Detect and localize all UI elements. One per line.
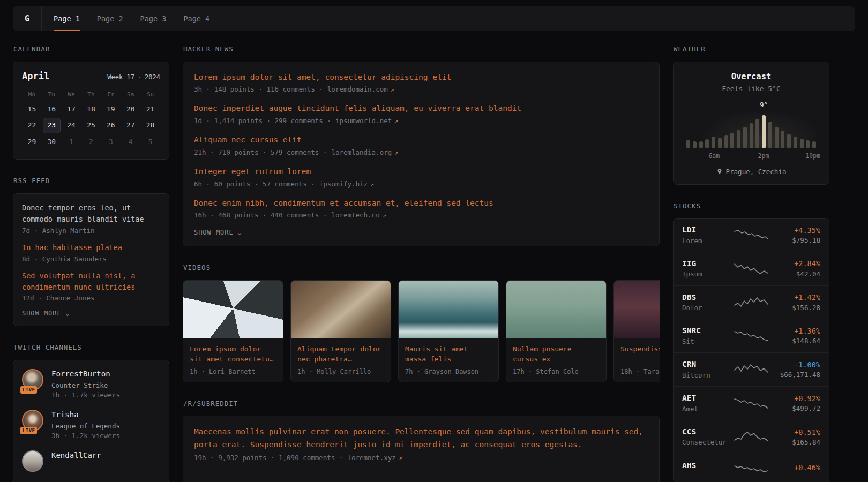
nav-tab[interactable]: Page 2 bbox=[97, 6, 123, 31]
calendar-day[interactable]: 21 bbox=[141, 102, 159, 117]
calendar-day[interactable]: 30 bbox=[43, 134, 61, 150]
calendar-day[interactable]: 23 bbox=[43, 118, 61, 133]
channel-avatar-wrap bbox=[22, 450, 43, 472]
calendar-day[interactable]: 29 bbox=[23, 134, 41, 150]
stock-symbol: DBS bbox=[682, 292, 734, 303]
nav-tab[interactable]: Page 1 bbox=[54, 6, 80, 31]
calendar-day[interactable]: 22 bbox=[23, 118, 41, 133]
calendar-day[interactable]: 1 bbox=[63, 134, 80, 150]
channel-name[interactable]: KendallCarr bbox=[51, 450, 101, 461]
weather-bar-slot bbox=[693, 102, 697, 148]
calendar-day[interactable]: 5 bbox=[141, 134, 159, 150]
weather-feels-like: Feels like 5°C bbox=[682, 85, 820, 93]
center-column: HACKER NEWS Lorem ipsum dolor sit amet, … bbox=[183, 46, 660, 482]
dashboard: CALENDAR April Week 17 · 2024 MoTuWeThFr… bbox=[0, 31, 868, 482]
time-label-10pm: 10pm bbox=[805, 152, 820, 160]
news-item-link[interactable]: Donec enim nibh, condimentum et accumsan… bbox=[194, 198, 648, 209]
channel-avatar-wrap: LIVE bbox=[22, 410, 43, 431]
video-title-link[interactable]: Lorem ipsum dolor sit amet consectetu… bbox=[190, 344, 276, 365]
stock-values: +0.92% $499.72 bbox=[769, 394, 820, 413]
video-title-link[interactable]: Mauris sit amet massa felis bbox=[405, 344, 492, 365]
calendar-day[interactable]: 20 bbox=[122, 102, 139, 117]
channel-name[interactable]: ForrestBurton bbox=[51, 369, 120, 380]
weather-bar bbox=[724, 135, 728, 148]
weather-bar bbox=[730, 133, 734, 148]
video-card[interactable]: Nullam posuere cursus ex 17h · Stefan Co… bbox=[506, 280, 607, 382]
subreddit-post-link[interactable]: Maecenas mollis pulvinar erat non posuer… bbox=[194, 426, 648, 451]
weather-bar bbox=[737, 130, 740, 148]
calendar-day[interactable]: 4 bbox=[122, 134, 139, 150]
weather-bar bbox=[806, 140, 810, 148]
day-of-week-label: Sa bbox=[121, 89, 140, 101]
stock-values: +0.51% $165.84 bbox=[769, 427, 820, 447]
calendar-day[interactable]: 16 bbox=[43, 102, 61, 117]
hackernews-show-more-button[interactable]: SHOW MORE ⌄ bbox=[194, 229, 242, 236]
external-link-icon: ↗ bbox=[391, 86, 394, 93]
news-item-domain-link[interactable]: loremdomain.com ↗ bbox=[327, 85, 394, 93]
news-item-domain: loremtech.co bbox=[331, 211, 379, 219]
stock-change: +0.46% bbox=[769, 463, 820, 472]
video-title-link[interactable]: Aliquam tempor dolor nec pharetra… bbox=[297, 344, 384, 365]
calendar-day[interactable]: 26 bbox=[102, 118, 119, 133]
weather-bar bbox=[794, 137, 797, 148]
calendar-day[interactable]: 24 bbox=[63, 118, 80, 133]
news-item-link[interactable]: Aliquam nec cursus elit bbox=[194, 134, 648, 146]
stock-identity: AET Amet bbox=[682, 393, 734, 413]
rss-item-link[interactable]: In hac habitasse platea bbox=[22, 242, 160, 253]
twitch-channel-row[interactable]: LIVE ForrestBurton Counter-Strike 1h · 1… bbox=[22, 369, 160, 399]
calendar-day[interactable]: 28 bbox=[141, 118, 159, 133]
video-info: Suspendisse diam 18h · Tara bbox=[614, 338, 660, 382]
stock-symbol: AET bbox=[682, 393, 734, 404]
news-item-domain-link[interactable]: ipsumify.biz ↗ bbox=[319, 180, 375, 188]
news-item-domain-link[interactable]: loremlandia.org ↗ bbox=[331, 148, 398, 156]
news-item-link[interactable]: Lorem ipsum dolor sit amet, consectetur … bbox=[194, 72, 648, 84]
calendar-days-grid: 1516171819202122232425262728293012345 bbox=[22, 101, 160, 151]
weather-bar-slot bbox=[775, 102, 779, 148]
subreddit-post-domain-link[interactable]: loremnet.xyz ↗ bbox=[347, 454, 402, 462]
news-item-link[interactable]: Integer eget rutrum lorem bbox=[194, 166, 648, 178]
day-of-week-label: Th bbox=[81, 89, 101, 101]
nav-tab[interactable]: Page 3 bbox=[140, 6, 167, 31]
channel-name[interactable]: Trisha bbox=[51, 410, 120, 420]
weather-bar-slot: 9° bbox=[762, 102, 766, 148]
weather-bar-slot bbox=[705, 102, 709, 148]
rss-item-link[interactable]: Sed volutpat nulla nisl, a condimentum n… bbox=[22, 270, 160, 293]
calendar-day[interactable]: 27 bbox=[122, 118, 139, 133]
news-item: Aliquam nec cursus elit 21h · 710 points… bbox=[194, 134, 648, 156]
external-link-icon: ↗ bbox=[383, 212, 386, 219]
video-thumbnail bbox=[506, 281, 606, 338]
video-title-link[interactable]: Nullam posuere cursus ex bbox=[513, 344, 600, 365]
video-title-link[interactable]: Suspendisse diam bbox=[620, 344, 660, 365]
video-card[interactable]: Suspendisse diam 18h · Tara bbox=[613, 280, 660, 382]
calendar-widget: CALENDAR April Week 17 · 2024 MoTuWeThFr… bbox=[13, 46, 169, 160]
day-of-week-label: Fr bbox=[101, 89, 121, 101]
subreddit-post-meta-row: 19h · 9,932 points · 1,090 comments · lo… bbox=[194, 454, 648, 462]
video-card[interactable]: Mauris sit amet massa felis 7h · Grayson… bbox=[398, 280, 499, 382]
calendar-day[interactable]: 17 bbox=[63, 102, 80, 117]
right-column: WEATHER Overcast Feels like 5°C bbox=[673, 46, 829, 482]
app-logo[interactable]: G bbox=[21, 6, 42, 31]
calendar-day[interactable]: 25 bbox=[83, 118, 100, 133]
news-item-domain-link[interactable]: ipsumworld.net ↗ bbox=[335, 117, 399, 125]
calendar-week-label: Week 17 bbox=[107, 73, 134, 81]
nav-tab[interactable]: Page 4 bbox=[183, 6, 209, 31]
calendar-day[interactable]: 15 bbox=[23, 102, 41, 117]
calendar-day[interactable]: 19 bbox=[102, 102, 119, 117]
video-info: Lorem ipsum dolor sit amet consectetu… 1… bbox=[183, 338, 283, 382]
twitch-channel-row[interactable]: KendallCarr bbox=[22, 450, 160, 472]
news-item-link[interactable]: Donec imperdiet augue tincidunt felis al… bbox=[194, 103, 648, 115]
calendar-day[interactable]: 2 bbox=[83, 134, 100, 150]
video-card[interactable]: Lorem ipsum dolor sit amet consectetu… 1… bbox=[183, 280, 283, 382]
stock-identity: CRN Bitcorn bbox=[682, 359, 734, 380]
news-item-domain-link[interactable]: loremtech.co ↗ bbox=[331, 211, 386, 219]
stock-identity: SNRC Sit bbox=[682, 326, 734, 346]
weather-bar bbox=[768, 122, 772, 148]
rss-show-more-button[interactable]: SHOW MORE ⌄ bbox=[22, 310, 70, 317]
twitch-channel-row[interactable]: LIVE Trisha League of Legends 3h · 1.2k … bbox=[22, 410, 160, 440]
video-card[interactable]: Aliquam tempor dolor nec pharetra… 1h · … bbox=[290, 280, 391, 382]
calendar-day[interactable]: 18 bbox=[83, 102, 100, 117]
weather-bar-slot bbox=[794, 102, 797, 148]
stock-sparkline bbox=[734, 430, 769, 445]
calendar-day[interactable]: 3 bbox=[102, 134, 119, 150]
rss-item-link[interactable]: Donec tempor eros leo, ut commodo mauris… bbox=[22, 202, 160, 225]
